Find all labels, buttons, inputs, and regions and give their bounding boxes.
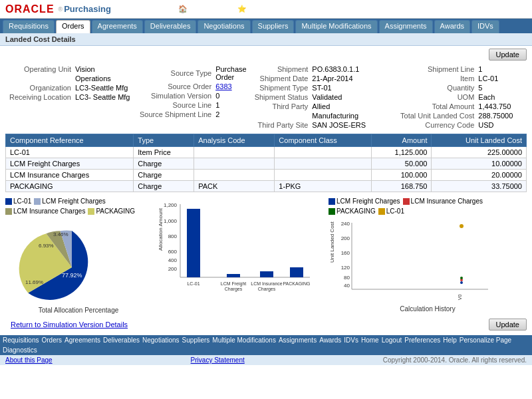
update-button-bottom[interactable]: Update [489, 319, 527, 331]
bar-chart-svg: Allocation Amount 1,200 1,000 800 600 40… [157, 198, 317, 301]
home-link[interactable]: Home [295, 5, 315, 13]
bottom-home[interactable]: Home [361, 336, 379, 344]
diagnostics-link[interactable]: Diagnostics [489, 5, 527, 13]
cell-amount: 50.000 [372, 158, 432, 170]
bottom-preferences[interactable]: Preferences [404, 336, 440, 344]
preferences-link[interactable]: Preferences [353, 5, 392, 13]
tab-awards[interactable]: Awards [434, 20, 470, 33]
total-unit-landed-cost: 288.75000 [478, 112, 513, 120]
item: LC-01 [478, 74, 513, 82]
pie-chart-section: LC-01 LCM Freight Charges LCM Insurance … [5, 198, 152, 314]
shipment-line: 1 [478, 65, 513, 73]
navigator-btn[interactable]: 🏠 Navigator ▼ [178, 5, 229, 13]
svg-text:200: 200 [341, 235, 350, 241]
details-section: Operating UnitVision Operations Organiza… [0, 63, 532, 131]
bottom-diagnostics[interactable]: Diagnostics [3, 346, 37, 354]
svg-text:400: 400 [168, 257, 178, 263]
table-row: LCM Insurance Charges Charge 100.000 20.… [6, 170, 527, 181]
shipment-status: Validated [312, 93, 366, 101]
bottom-help[interactable]: Help [443, 336, 457, 344]
svg-text:11.69%: 11.69% [25, 279, 43, 285]
header: ORACLE ® Purchasing 🏠 Navigator ▼ ⭐ Favo… [0, 0, 532, 19]
svg-rect-13 [187, 209, 200, 277]
legend-lc01: LC-01 [5, 198, 31, 205]
bottom-agreements[interactable]: Agreements [65, 336, 100, 344]
line-legend-freight: LCM Freight Charges [329, 198, 400, 205]
uom: Each [478, 93, 513, 101]
tab-suppliers[interactable]: Suppliers [252, 20, 295, 33]
tab-multiple-modifications[interactable]: Multiple Modifications [295, 20, 377, 33]
svg-point-35 [460, 277, 463, 279]
svg-rect-16 [290, 267, 303, 277]
cell-type: Charge [134, 158, 194, 170]
svg-text:40: 40 [344, 283, 350, 289]
shipment: PO.6383.0.1.1 [312, 65, 366, 73]
personalize-page-link[interactable]: Personalize Page [424, 5, 481, 13]
svg-text:200: 200 [168, 266, 178, 272]
bottom-negotiations[interactable]: Negotiations [142, 336, 180, 344]
svg-text:120: 120 [341, 265, 350, 271]
cell-analysis [194, 158, 275, 170]
cell-type: Charge [134, 170, 194, 181]
return-link[interactable]: Return to Simulation Version Details [5, 318, 133, 331]
bottom-orders[interactable]: Orders [41, 336, 62, 344]
bottom-assignments[interactable]: Assignments [279, 336, 317, 344]
bottom-idvs[interactable]: IDVs [344, 336, 358, 344]
bottom-awards[interactable]: Awards [319, 336, 341, 344]
cell-amount: 100.000 [372, 170, 432, 181]
tab-deliverables[interactable]: Deliverables [144, 20, 197, 33]
tab-orders[interactable]: Orders [56, 20, 90, 33]
logout-link[interactable]: Logout [323, 5, 345, 13]
cell-amount: 1,125.000 [372, 147, 432, 158]
favorites-btn[interactable]: ⭐ Favorites ▼ [237, 5, 287, 13]
source-order: 6383 [215, 82, 246, 90]
tab-idvs[interactable]: IDVs [471, 20, 499, 33]
tab-negotiations[interactable]: Negotiations [198, 20, 250, 33]
purchasing-title: Purchasing [64, 4, 111, 14]
bottom-deliverables[interactable]: Deliverables [103, 336, 140, 344]
bottom-multiple-modifications[interactable]: Multiple Modifications [212, 336, 276, 344]
pie-legend: LC-01 LCM Freight Charges LCM Insurance … [5, 198, 152, 215]
third-party: Allied [312, 102, 366, 110]
shipment-date: 21-Apr-2014 [312, 74, 366, 82]
svg-text:Charges: Charges [258, 287, 276, 292]
svg-point-33 [460, 281, 463, 284]
cell-class [275, 170, 372, 181]
tab-requisitions[interactable]: Requisitions [3, 20, 55, 33]
cell-amount: 168.750 [372, 181, 432, 192]
cell-class: 1-PKG [275, 181, 372, 192]
svg-point-32 [460, 224, 464, 228]
bottom-personalize[interactable]: Personalize Page [460, 336, 511, 344]
update-bar-top: Update [0, 46, 532, 63]
bottom-requisitions[interactable]: Requisitions [3, 336, 39, 344]
pie-chart-title: Total Allocation Percentage [5, 307, 152, 314]
line-chart-svg: Unit Landed Cost 240 200 160 120 80 40 V… [329, 216, 495, 303]
help-link[interactable]: Help [400, 5, 416, 13]
data-table-wrap: Component Reference Type Analysis Code C… [0, 134, 532, 192]
tab-assignments[interactable]: Assignments [379, 20, 433, 33]
cell-analysis [194, 147, 275, 158]
svg-text:800: 800 [168, 233, 178, 239]
svg-rect-15 [260, 271, 273, 277]
about-link[interactable]: About this Page [5, 356, 53, 364]
svg-text:LC-01: LC-01 [187, 281, 200, 286]
svg-text:600: 600 [168, 249, 178, 255]
main-tabs: Requisitions Orders Agreements Deliverab… [0, 19, 532, 33]
bottom-logout[interactable]: Logout [382, 336, 402, 344]
bottom-suppliers[interactable]: Suppliers [182, 336, 210, 344]
cell-unit: 10.00000 [432, 158, 527, 170]
page-title: Landed Cost Details [0, 33, 532, 46]
operations: Operations [75, 74, 130, 82]
table-row: LC-01 Item Price 1,125.000 225.00000 [6, 147, 527, 158]
charts-area: LC-01 LCM Freight Charges LCM Insurance … [0, 195, 532, 317]
svg-text:1,200: 1,200 [164, 202, 178, 208]
privacy-link[interactable]: Privacy Statement [191, 356, 245, 364]
footer: About this Page Privacy Statement Copyri… [0, 355, 532, 365]
svg-text:Unit Landed Cost: Unit Landed Cost [329, 221, 335, 263]
svg-text:3.46%: 3.46% [53, 231, 68, 237]
receiving-location: LC3- Seattle Mfg [75, 93, 130, 101]
cell-analysis: PACK [194, 181, 275, 192]
cell-ref: LCM Insurance Charges [6, 170, 134, 181]
tab-agreements[interactable]: Agreements [92, 20, 143, 33]
update-button-top[interactable]: Update [489, 49, 527, 61]
